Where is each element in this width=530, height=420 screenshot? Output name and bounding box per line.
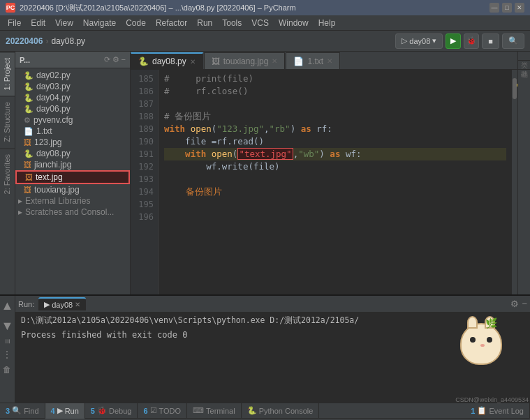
sidebar-item-favorites[interactable]: 2: Favorites: [0, 148, 15, 200]
right-tab-jichu[interactable]: 基础: [518, 61, 530, 70]
sidebar-item-structure[interactable]: Z: Structure: [0, 96, 15, 147]
expand-icon: ▸: [18, 207, 22, 217]
menu-window[interactable]: Window: [274, 17, 314, 29]
code-line-195: [164, 198, 506, 211]
bottom-tab-todo[interactable]: 6 ☑ TODO: [138, 403, 187, 419]
run-up-icon[interactable]: ▲: [0, 296, 15, 316]
menu-edit[interactable]: Edit: [26, 17, 50, 29]
collapse-icon[interactable]: −: [122, 55, 126, 64]
tab-label: touxiang.jpg: [223, 57, 269, 66]
editor-tab-touxiang[interactable]: 🖼 touxiang.jpg ✕: [204, 52, 286, 69]
menu-refactor[interactable]: Refactor: [151, 17, 192, 29]
sync-icon[interactable]: ⟳: [104, 55, 110, 64]
run-filter-icon[interactable]: ⋮: [0, 347, 15, 362]
breadcrumb-file[interactable]: day08.py: [51, 36, 85, 46]
run-wrap-icon[interactable]: ≡: [0, 336, 15, 347]
line-number: 189: [131, 123, 158, 135]
event-log-icon: 📋: [477, 406, 487, 415]
run-settings-icon[interactable]: ⚙: [510, 299, 519, 309]
tab-label: 1.txt: [307, 57, 323, 66]
code-line-187: [164, 98, 506, 110]
menu-vcs[interactable]: VCS: [246, 17, 274, 29]
tree-item-scratches[interactable]: ▸ Scratches and Consol...: [15, 207, 130, 218]
menu-run[interactable]: Run: [192, 17, 217, 29]
run-label: Run:: [18, 300, 34, 308]
editor-scrollbar[interactable]: [512, 70, 517, 294]
menu-file[interactable]: File: [3, 17, 26, 29]
left-side-tabs: 1: Project Z: Structure 2: Favorites: [0, 52, 15, 294]
titlebar-title: 20220406 [D:\测试2012a\2105a\20220406] – .…: [20, 3, 485, 13]
bottom-toolbar: 3 🔍 Find 4 ▶ Run 5 🐞 Debug 6 ☑ TODO ⌨ Te…: [0, 403, 530, 418]
maximize-button[interactable]: □: [502, 3, 512, 13]
txt-file-icon: 📄: [293, 57, 304, 66]
right-tab-lei[interactable]: 类: [518, 52, 530, 61]
close-button[interactable]: ✕: [515, 3, 524, 13]
editor-tab-1txt[interactable]: 📄 1.txt ✕: [286, 52, 340, 69]
search-button[interactable]: 🔍: [502, 33, 524, 49]
tree-item-textjpg[interactable]: 🖼 text.jpg: [15, 170, 130, 184]
jpg-file-icon: 🖼: [212, 57, 220, 66]
tree-item-external-libraries[interactable]: ▸ External Libraries: [15, 195, 130, 207]
tab-close-icon[interactable]: ✕: [190, 58, 196, 66]
expand-icon: ▸: [18, 196, 22, 206]
tree-item-pyvenv[interactable]: ⚙ pyvenv.cfg: [15, 114, 130, 126]
run-minimize-icon[interactable]: −: [522, 299, 527, 309]
run-tab-close[interactable]: ✕: [75, 301, 80, 308]
line-number: 193: [131, 173, 158, 186]
bottom-tab-find[interactable]: 3 🔍 Find: [0, 403, 45, 419]
code-lines[interactable]: # print(file) # rf.close() # 备份图片 with o…: [159, 70, 512, 294]
toolbar-right: ▷ day08 ▾ ▶ 🐞 ■ 🔍: [395, 33, 524, 49]
tree-item-day03[interactable]: 🐍 day03.py: [15, 81, 130, 92]
debug-button[interactable]: 🐞: [464, 33, 479, 49]
tree-item-day04[interactable]: 🐍 day04.py: [15, 92, 130, 103]
settings-icon[interactable]: ⚙: [112, 55, 119, 64]
tree-item-1txt[interactable]: 📄 1.txt: [15, 126, 130, 137]
app-icon: PC: [6, 3, 15, 13]
bottom-tab-python-console[interactable]: 🐍 Python Console: [242, 403, 320, 419]
bottom-tab-terminal[interactable]: ⌨ Terminal: [187, 403, 242, 419]
menu-help[interactable]: Help: [314, 17, 341, 29]
menu-view[interactable]: View: [50, 17, 78, 29]
editor-tab-day08[interactable]: 🐍 day08.py ✕: [131, 52, 203, 69]
menu-code[interactable]: Code: [121, 17, 151, 29]
tree-item-jianchijpg[interactable]: 🖼 jianchi.jpg: [15, 159, 130, 170]
tree-item-day06[interactable]: 🐍 day06.py: [15, 103, 130, 114]
tree-item-day08[interactable]: 🐍 day08.py: [15, 148, 130, 159]
bottom-tab-debug[interactable]: 5 🐞 Debug: [85, 403, 138, 419]
code-line-191: with open("text.jpg","wb") as wf:: [164, 148, 506, 160]
stop-button[interactable]: ■: [482, 33, 499, 49]
scroll-thumb[interactable]: [513, 78, 517, 99]
tree-item-day02[interactable]: 🐍 day02.py: [15, 70, 130, 81]
cfg-file-icon: ⚙: [24, 116, 31, 125]
run-panel: ▲ ▼ ≡ ⋮ 🗑 Run: ▶ day08 ✕ ⚙ − D:\测试2012a\…: [0, 294, 530, 403]
bottom-tab-event-log[interactable]: 1 📋 Event Log: [465, 403, 530, 419]
code-editor[interactable]: 185 186 187 188 189 190 191 192 193 194 …: [131, 70, 517, 294]
filename: jianchi.jpg: [34, 160, 71, 170]
filename: 1.txt: [36, 126, 52, 136]
mascot-body: 🌿: [460, 323, 502, 365]
mascot-leaf: 🌿: [485, 317, 497, 329]
menu-navigate[interactable]: Navigate: [78, 17, 121, 29]
line-number: 187: [131, 98, 158, 110]
run-button[interactable]: ▶: [446, 33, 461, 49]
run-trash-icon[interactable]: 🗑: [0, 362, 15, 377]
code-line-193: [164, 173, 506, 186]
filename: 123.jpg: [34, 137, 61, 147]
run-tab-day08[interactable]: ▶ day08 ✕: [38, 297, 86, 310]
mascot: 🌿: [460, 323, 509, 372]
line-number: 186: [131, 85, 158, 98]
menu-tools[interactable]: Tools: [217, 17, 246, 29]
tree-item-touxiangjpg[interactable]: 🖼 touxiang.jpg: [15, 184, 130, 195]
run-config-label: day08: [409, 37, 430, 45]
sidebar-item-project[interactable]: 1: Project: [0, 52, 15, 96]
bottom-tab-run[interactable]: 4 ▶ Run: [45, 403, 85, 419]
tab-close-icon[interactable]: ✕: [272, 57, 277, 65]
terminal-icon: ⌨: [193, 406, 204, 415]
breadcrumb-folder[interactable]: 20220406: [6, 36, 43, 46]
minimize-button[interactable]: —: [489, 3, 499, 13]
tab-close-icon[interactable]: ✕: [327, 57, 332, 65]
run-config-selector[interactable]: ▷ day08 ▾: [395, 33, 443, 49]
run-down-icon[interactable]: ▼: [0, 316, 15, 336]
run-icon: ▶: [57, 406, 63, 415]
tree-item-123jpg[interactable]: 🖼 123.jpg: [15, 137, 130, 148]
